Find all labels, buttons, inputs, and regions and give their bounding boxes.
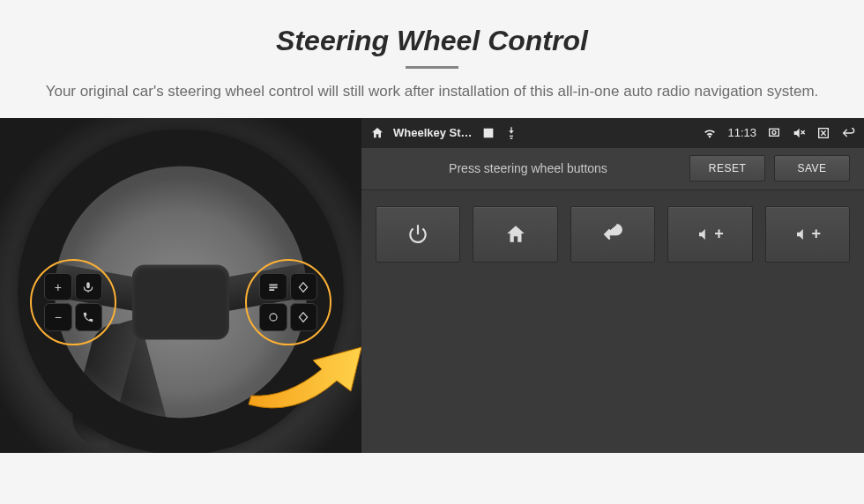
- usb-icon: [504, 126, 518, 140]
- volume-up-icon: +: [794, 225, 822, 243]
- wheel-button-cluster-right: [245, 259, 331, 345]
- home-icon[interactable]: [370, 126, 384, 140]
- clock-time: 11:13: [727, 126, 756, 139]
- page-subtitle: Your original car's steering wheel contr…: [35, 81, 829, 102]
- instruction-bar: Press steering wheel buttons RESET SAVE: [361, 148, 864, 190]
- status-left: Wheelkey St…: [370, 126, 518, 140]
- wheel-btn-minus[interactable]: −: [44, 303, 72, 331]
- wheel-btn-source[interactable]: [259, 273, 287, 301]
- wheel-btn-plus[interactable]: +: [44, 273, 72, 301]
- reset-label: RESET: [709, 162, 747, 174]
- screenshot-icon[interactable]: [767, 126, 781, 140]
- save-label: SAVE: [797, 162, 826, 174]
- back-icon: [601, 223, 624, 246]
- wheel-btn-down[interactable]: [290, 303, 318, 331]
- status-right: 11:13: [703, 126, 855, 140]
- content-row: + −: [0, 118, 864, 453]
- back-nav-icon[interactable]: [841, 126, 855, 140]
- wheel-button-cluster-left: + −: [30, 259, 116, 345]
- source-icon: [267, 281, 279, 293]
- circle-icon: [267, 311, 279, 323]
- steering-wheel-image: + −: [0, 118, 361, 453]
- svg-point-2: [772, 130, 776, 134]
- save-button[interactable]: SAVE: [774, 155, 850, 182]
- volume-up-b-button[interactable]: +: [765, 206, 850, 263]
- diamond-down-icon: [297, 311, 309, 323]
- home-button[interactable]: [473, 206, 557, 263]
- diamond-up-icon: [297, 281, 309, 293]
- mute-icon[interactable]: [792, 126, 806, 140]
- app-title: Wheelkey St…: [393, 126, 473, 139]
- svg-point-0: [270, 314, 277, 321]
- image-icon: [481, 126, 495, 140]
- reset-button[interactable]: RESET: [689, 155, 765, 182]
- wifi-icon: [703, 126, 717, 140]
- phone-icon: [82, 311, 94, 323]
- function-button-row: + +: [361, 190, 864, 278]
- minus-icon: −: [55, 310, 62, 324]
- voice-icon: [82, 281, 94, 293]
- header: Steering Wheel Control Your original car…: [0, 0, 864, 118]
- title-divider: [406, 66, 458, 69]
- plus-label: +: [714, 225, 724, 243]
- power-button[interactable]: [376, 206, 460, 263]
- wheel-btn-phone[interactable]: [75, 303, 103, 331]
- wheel-hub: [132, 264, 229, 339]
- back-button[interactable]: [570, 206, 655, 263]
- wheel-btn-cycle[interactable]: [259, 303, 287, 331]
- headunit-screen: Wheelkey St… 11:13: [361, 118, 864, 453]
- plus-icon: +: [55, 280, 62, 294]
- close-app-icon[interactable]: [816, 126, 830, 140]
- volume-up-icon: +: [696, 225, 724, 243]
- status-bar: Wheelkey St… 11:13: [361, 118, 864, 148]
- wheel-btn-voice[interactable]: [75, 273, 103, 301]
- volume-up-a-button[interactable]: +: [667, 206, 752, 263]
- svg-rect-1: [770, 129, 779, 136]
- instruction-text: Press steering wheel buttons: [376, 161, 681, 175]
- wheel-btn-up[interactable]: [290, 273, 318, 301]
- power-icon: [406, 223, 429, 246]
- home-icon: [504, 223, 527, 246]
- page-title: Steering Wheel Control: [18, 25, 846, 57]
- plus-label: +: [812, 225, 822, 243]
